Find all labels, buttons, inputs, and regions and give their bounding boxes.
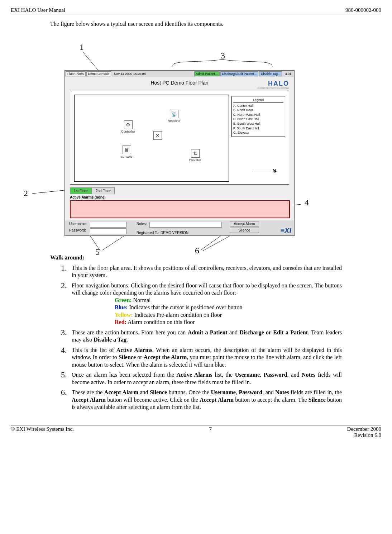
legend-item: C. North West Hall (233, 113, 283, 117)
header-right: 980-000002-000 (345, 7, 381, 13)
list-item: 3. These are the action buttons. From he… (61, 329, 342, 344)
app-screenshot: Floor Plans Demo Console Nov 14 2000 15:… (64, 70, 295, 236)
red-text: Alarm condition on this floor (126, 319, 195, 325)
walkaround-list: 1. This is the floor plan area. It shows… (61, 264, 342, 411)
notes-input[interactable] (149, 222, 222, 228)
floorplan-title: Host PC Demo Floor Plan (65, 77, 294, 86)
legend-item: A. Center Hall (233, 104, 283, 108)
receiver-icon: 📡Receiver (168, 110, 181, 123)
intro-text: The figure below shows a typical user sc… (50, 21, 381, 27)
callout-1: 1 (80, 42, 84, 52)
footer-left: © EXI Wireless Systems Inc. (11, 426, 74, 432)
list-item: 2. Floor navigation buttons. Clicking on… (61, 282, 342, 326)
admit-patient-button[interactable]: Admit Patient... (194, 71, 220, 76)
header-rule (11, 14, 381, 14)
item-number: 5. (61, 370, 67, 380)
item-number: 4. (61, 345, 67, 355)
green-label: Green: (115, 297, 132, 303)
exi-logo: ≡XI (280, 227, 291, 235)
list-item: 5. Once an alarm has been selected from … (61, 371, 342, 386)
floor-plans-button[interactable]: Floor Plans (66, 71, 86, 76)
page-footer: © EXI Wireless Systems Inc. 7 December 2… (11, 426, 381, 432)
elevator-icon: ⇅Elevator (189, 149, 201, 162)
username-input[interactable] (90, 222, 126, 228)
footer-right: December 2000 (347, 426, 381, 432)
floor-plan-outline: ⚙Controller 🖥console 📡Receiver ✕ ⇅Elevat… (74, 95, 229, 182)
item-text: Floor navigation buttons. Clicking on th… (72, 282, 342, 296)
blue-text: Indicates that the cursor is positioned … (128, 304, 242, 310)
legend-item: D. North East Hall (233, 117, 283, 121)
floor-1-button[interactable]: 1st Floor (70, 187, 92, 194)
callout-5: 5 (95, 247, 100, 257)
header-left: EXI HALO User Manual (11, 7, 65, 13)
callout-2: 2 (24, 189, 28, 198)
green-text: Normal (132, 297, 151, 303)
legend-item: G. Elevator (233, 130, 283, 135)
blue-label: Blue: (115, 304, 128, 310)
registered-to-label: Registered To: DEMO VERSION (137, 231, 188, 235)
controller-icon: ⚙Controller (121, 120, 135, 133)
legend-item: F. South East Hall (233, 126, 283, 131)
item-number: 3. (61, 328, 67, 338)
yellow-text: Indicates Pre-alarm condition on floor (133, 312, 222, 318)
svg-line-1 (32, 190, 67, 194)
silence-button[interactable]: Silence (230, 228, 259, 233)
yellow-label: Yellow: (115, 312, 133, 318)
footer-rule (11, 425, 381, 425)
active-alarms-list[interactable] (70, 200, 290, 218)
legend-title: Legend (233, 98, 283, 103)
password-input[interactable] (90, 228, 126, 234)
list-item: 1. This is the floor plan area. It shows… (61, 264, 342, 279)
console-icon: 🖥console (121, 146, 132, 158)
halo-logo-sub: INFANT PROTECTION SYSTEM (257, 87, 289, 89)
floor-2-button[interactable]: 2nd Floor (92, 187, 115, 194)
cross-box-icon: ✕ (153, 131, 162, 140)
footer-revision: Revision 6.0 (11, 432, 381, 438)
legend-item: B. North Door (233, 108, 283, 113)
list-item: 4. This is the list of Active Alarms. Wh… (61, 347, 342, 368)
username-label: Username: (69, 222, 87, 226)
version-label: 3.01 (283, 72, 293, 76)
item-number: 1. (61, 263, 67, 273)
app-toolbar: Floor Plans Demo Console Nov 14 2000 15:… (65, 71, 294, 77)
accept-alarm-button[interactable]: Accept Alarm (230, 221, 259, 227)
footer-page: 7 (209, 426, 212, 432)
floor-plan-area: ⚙Controller 🖥console 📡Receiver ✕ ⇅Elevat… (70, 91, 289, 185)
discharge-edit-patient-button[interactable]: Discharge/Edit Patient... (220, 71, 259, 76)
callout-4: 4 (305, 198, 309, 208)
datetime-label: Nov 14 2000 15:25:08 (112, 72, 148, 76)
legend-item: E. South West Hall (233, 121, 283, 126)
demo-console-button[interactable]: Demo Console (86, 71, 111, 76)
callout-3: 3 (221, 51, 225, 61)
active-alarms-label: Active Alarms (none) (70, 195, 106, 199)
annotated-figure: 1 2 3 4 5 6 Floor Plans Demo Console Nov… (18, 31, 348, 257)
item-text: This is the floor plan area. It shows th… (72, 265, 342, 278)
list-item: 6. These are the Accept Alarm and Silenc… (61, 389, 342, 411)
item-number: 6. (61, 387, 67, 397)
item-number: 2. (61, 281, 67, 291)
legend-box: Legend A. Center Hall B. North Door C. N… (231, 96, 285, 137)
north-arrow-icon: N (255, 168, 279, 173)
notes-label: Notes: (137, 222, 147, 226)
page-header: EXI HALO User Manual 980-000002-000 (11, 7, 381, 13)
floor-nav: 1st Floor 2nd Floor (70, 187, 115, 194)
bottom-bar: Username: Password: Notes: Accept Alarm … (65, 220, 294, 235)
password-label: Password: (69, 228, 86, 232)
color-legend: Green: Normal Blue: Indicates that the c… (115, 297, 342, 326)
callout-6: 6 (195, 246, 199, 256)
red-label: Red: (115, 319, 126, 325)
halo-logo: HALO (268, 80, 289, 87)
disable-tag-button[interactable]: Disable Tag... (259, 71, 282, 76)
